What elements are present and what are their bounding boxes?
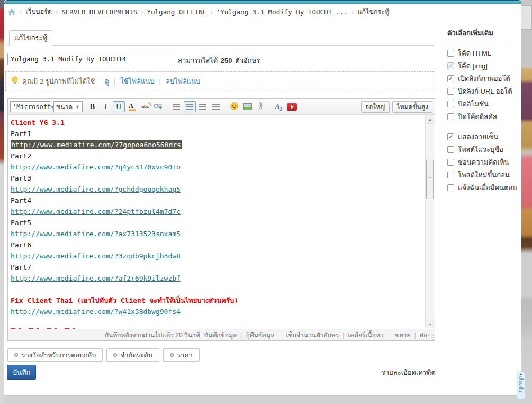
bold-button[interactable]: B [86, 101, 98, 112]
editor-line-link: http://www.mediafire.com/?w41x38dbwg90fs… [11, 306, 423, 317]
insert-video-button[interactable] [286, 101, 298, 112]
insert-image-button[interactable] [241, 101, 254, 112]
attachment-notice: คุณมี 2 รูปภาพที่ไม่ได้ใช้ ดู|ใช้ไฟล์แนบ… [5, 71, 434, 91]
post-option-buttons: รางวัลสำหรับการตอบกลับจำกัดระดับราคา [7, 348, 203, 362]
statusbar-action[interactable]: ย่อ [420, 330, 427, 340]
attach-file-button[interactable] [255, 101, 267, 112]
autosave-status: บันทึกหลังจากผ่านไปแล้ว 20 วินาที [104, 330, 200, 340]
spellcheck-button[interactable]: abc✎ [139, 101, 151, 112]
sidebar-title: ตัวเลือกเพิ่มเติม [447, 28, 493, 39]
bottom-band [4, 395, 521, 404]
sidebar-option-row: ปิดลิงก์ URL ออโต้ [447, 86, 512, 96]
download-link[interactable]: http://www.mediafire.com/?3zqdb9pkcjb3dw… [11, 252, 181, 260]
editor-toolbar: 'Microsoft ▼ ขนาด ▼ B I U A abc✎ [8, 99, 435, 115]
align-justify-button[interactable] [210, 101, 222, 112]
checkbox[interactable] [447, 101, 454, 107]
paperclip-icon [257, 102, 264, 112]
scrollbar-thumb[interactable] [426, 160, 434, 199]
breadcrumb-item[interactable]: เว็บบอร์ด [25, 6, 52, 17]
editor-scrollbar[interactable]: ▲ ▼ [425, 115, 434, 328]
font-size-a2-button[interactable]: A2 [273, 101, 285, 112]
post-option-button[interactable]: ราคา [163, 348, 200, 362]
editor-line-link: http://www.mediafire.com/?3zqdb9pkcjb3dw… [11, 250, 423, 262]
emoticon-button[interactable] [228, 101, 240, 112]
download-link[interactable]: http://www.mediafire.com/?ax7313523snxam… [11, 230, 181, 238]
statusbar-action[interactable]: เช็กจำนวนตัวอักษร [286, 330, 339, 340]
editor-mode-buttons: จอใหญ่โหมดขั้นสูง [358, 101, 432, 113]
align-center-button[interactable] [184, 101, 196, 112]
editor-statusbar: บันทึกหลังจากผ่านไปแล้ว 20 วินาที บันทึก… [8, 329, 435, 340]
statusbar-action[interactable]: บันทึกข้อมูล [204, 330, 237, 340]
breadcrumb-item[interactable]: 'Yulgang 3.1 Modify By TOUCH1 ... [217, 8, 348, 16]
statusbar-action[interactable]: กู้คืนข้อมูล [246, 330, 274, 340]
rich-text-editor: 'Microsoft ▼ ขนาด ▼ B I U A abc✎ [7, 98, 435, 341]
checkbox-label: โค้ด [img] [458, 60, 488, 71]
resize-grip[interactable] [428, 334, 434, 340]
checkbox[interactable] [447, 50, 454, 57]
edit-post-page: ›เว็บบอร์ด›SERVER DEVELOPMENTS›Yulgang O… [0, 0, 532, 404]
checkbox[interactable]: ✓ [447, 62, 454, 69]
checkbox[interactable] [447, 88, 454, 95]
download-link[interactable]: http://www.mediafire.com/?gchddgoqqekhaq… [11, 185, 181, 193]
underline-icon: U [116, 103, 121, 111]
chevron-down-icon: ▼ [75, 104, 80, 110]
editor-line-text: Part4 [11, 195, 423, 206]
breadcrumb-separator: › [141, 8, 143, 16]
download-link[interactable]: http://www.mediafire.com/?24ptfbzul4m7d7… [11, 208, 181, 216]
statusbar-action[interactable]: เคลียร์เนื้อหา [348, 330, 383, 340]
sidebar-option-row: ✓โค้ด [img] [447, 61, 488, 70]
scroll-down-arrow-icon[interactable]: ▼ [426, 320, 435, 328]
font-family-select[interactable]: 'Microsoft ▼ [10, 101, 50, 112]
checkbox[interactable] [447, 113, 454, 120]
tab-label: แก้ไขกระทู้ [14, 32, 47, 43]
statusbar-action[interactable]: ขยาย [395, 330, 411, 340]
sidebar-option-row: โพสต์ไม่ระบุชื่อ [447, 145, 503, 154]
editor-mode-button[interactable]: จอใหญ่ [361, 101, 390, 113]
scroll-top-tab[interactable]: เลื่อนขึ้น [517, 372, 525, 399]
breadcrumb-separator: › [351, 8, 354, 16]
home-icon[interactable] [7, 8, 16, 16]
align-left-button[interactable] [170, 101, 183, 112]
download-link-selected[interactable]: http://www.mediafire.com/?7gopoa6no560dr… [11, 140, 182, 149]
statusbar-separator: | [414, 331, 416, 339]
credit-details-link[interactable]: รายละเอียดเครดิต [330, 367, 436, 378]
attachment-action-link[interactable]: ดู [104, 76, 109, 87]
breadcrumb-item[interactable]: SERVER DEVELOPMENTS [61, 8, 137, 16]
align-right-button[interactable] [197, 101, 209, 112]
attachment-action-link[interactable]: ใช้ไฟล์แนบ [120, 76, 154, 87]
italic-button[interactable]: I [100, 101, 112, 112]
smiley-icon [230, 102, 238, 112]
link-separator: | [114, 77, 115, 85]
checkbox[interactable] [447, 146, 454, 153]
editor-line-text: Part7 [11, 262, 423, 273]
underline-button[interactable]: U [113, 101, 125, 112]
align-left-icon [173, 104, 180, 110]
checkbox[interactable] [447, 184, 454, 191]
checkbox[interactable] [447, 172, 454, 178]
post-option-label: ราคา [177, 350, 193, 361]
breadcrumb-item[interactable]: แก้ไขกระทู้ [357, 6, 389, 17]
checkbox[interactable]: ✓ [447, 133, 454, 140]
text-color-button[interactable]: A [126, 101, 138, 112]
download-link[interactable]: http://www.mediafire.com/?af2r69k9ilzwzb… [11, 274, 181, 282]
scroll-up-arrow-icon[interactable]: ▲ [426, 115, 435, 124]
post-title-input[interactable] [7, 53, 170, 65]
editor-line-link: http://www.mediafire.com/?af2r69k9ilzwzb… [11, 273, 423, 284]
breadcrumb-item[interactable]: Yulgang OFFLINE [147, 8, 207, 16]
post-option-button[interactable]: รางวัลสำหรับการตอบกลับ [7, 348, 103, 362]
editor-content[interactable]: Client YG 3.1Part1http://www.mediafire.c… [8, 115, 435, 329]
checkbox[interactable] [447, 159, 454, 166]
tab-edit-post[interactable]: แก้ไขกระทู้ [9, 30, 52, 46]
checkbox[interactable]: ✓ [447, 75, 454, 82]
post-option-button[interactable]: จำกัดระดับ [106, 348, 159, 362]
download-link[interactable]: http://www.mediafire.com/?w41x38dbwg90fs… [11, 308, 181, 316]
editor-mode-button[interactable]: โหมดขั้นสูง [392, 101, 432, 113]
breadcrumb-separator: › [20, 8, 22, 16]
insert-link-button[interactable] [152, 101, 165, 112]
save-button[interactable]: บันทึก [7, 365, 36, 380]
attachment-action-link[interactable]: ลบไฟล์แนบ [166, 76, 200, 87]
download-link[interactable]: http://www.mediafire.com/?q4yc3170xvc90t… [11, 163, 181, 171]
align-right-icon [199, 104, 206, 110]
font-size-select[interactable]: ขนาด ▼ [53, 101, 83, 112]
post-option-label: รางวัลสำหรับการตอบกลับ [22, 350, 96, 361]
